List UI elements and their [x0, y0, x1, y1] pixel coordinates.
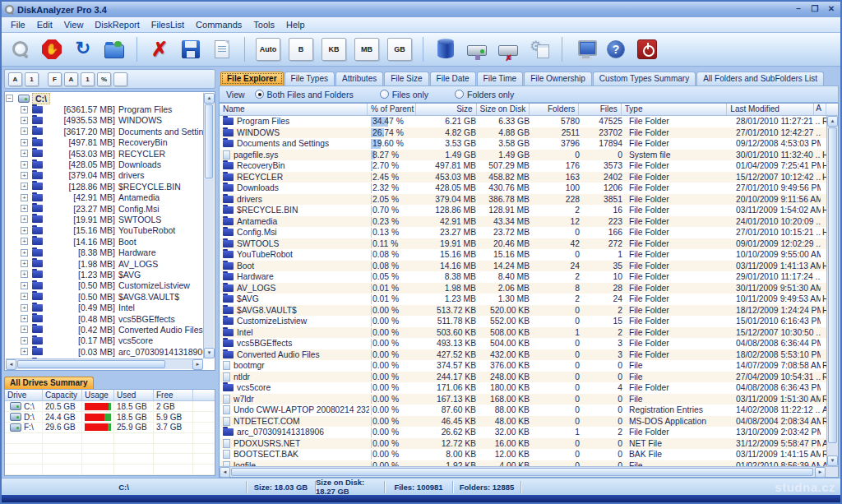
column-header-size[interactable]: Size: [416, 104, 476, 115]
table-row[interactable]: pagefile.sys8.27 %1.49 GB1.49 GB00System…: [220, 150, 838, 161]
tree-item[interactable]: +[0.03 MB]arc_070309141318906: [6, 346, 203, 357]
column-header--of-parent[interactable]: % of Parent: [368, 104, 416, 115]
save-button[interactable]: [177, 36, 205, 62]
expand-icon[interactable]: +: [21, 326, 28, 333]
tree-item[interactable]: +[0.42 MB]Converted Audio Files: [6, 324, 203, 335]
menu-fileslist[interactable]: FilesList: [146, 18, 190, 31]
menu-help[interactable]: Help: [280, 18, 311, 31]
tab-file-ownership[interactable]: File Ownership: [524, 72, 592, 86]
tab-file-time[interactable]: File Time: [477, 72, 524, 86]
expand-icon[interactable]: +: [21, 161, 28, 169]
table-row[interactable]: BOOTSECT.BAK0.00 %8.00 KB12.00 KB00BAK F…: [220, 449, 838, 460]
unit-button-mb[interactable]: MB: [354, 38, 379, 61]
tree-item[interactable]: +[128.86 MB]$RECYCLE.BIN: [6, 181, 203, 192]
expand-icon[interactable]: +: [21, 260, 28, 267]
tree-item[interactable]: +[15.16 MB]YouTubeRobot: [6, 225, 203, 236]
expand-icon[interactable]: +: [21, 249, 28, 257]
table-row[interactable]: Hardware0.05 %8.38 MB8.40 MB210File Fold…: [220, 271, 838, 283]
radio-icon[interactable]: [380, 90, 389, 99]
scroll-thumb[interactable]: [17, 360, 165, 368]
table-row[interactable]: arc_0703091413189060.00 %26.62 KB32.00 K…: [220, 427, 838, 438]
view-option-files-only[interactable]: Files only: [380, 90, 428, 99]
table-horizontal-scrollbar[interactable]: ◄ ►: [220, 466, 838, 477]
table-row[interactable]: Program Files34.47 %6.21 GB6.33 GB578047…: [220, 116, 838, 127]
tree-item[interactable]: +[1.98 MB]AV_LOGS: [6, 258, 203, 269]
scroll-up-icon[interactable]: ▲: [827, 116, 838, 127]
drives-col-usage[interactable]: Usage: [82, 390, 114, 400]
drives-col-capacity[interactable]: Capacity: [43, 390, 82, 400]
table-row[interactable]: Intel0.00 %503.60 KB508.00 KB12File Fold…: [220, 327, 838, 339]
tree-sort-button-4[interactable]: 1: [81, 72, 95, 86]
scroll-up-icon[interactable]: ▲: [204, 93, 215, 104]
collapse-icon[interactable]: −: [6, 95, 13, 102]
tree-item[interactable]: +[3617.20 MB]Documents and Settings: [6, 126, 203, 136]
tree-sort-button-2[interactable]: F: [48, 72, 62, 86]
table-row[interactable]: drivers2.05 %379.04 MB386.78 MB2283851Fi…: [220, 194, 838, 206]
table-row[interactable]: Antamedia0.23 %42.91 MB43.34 MB12223File…: [220, 216, 838, 228]
table-row[interactable]: logfile0.00 %1.92 KB4.00 KB00File01/02/2…: [220, 460, 838, 467]
table-row[interactable]: Downloads2.32 %428.05 MB430.76 MB1001206…: [220, 183, 838, 194]
expand-icon[interactable]: +: [21, 205, 28, 212]
tree-sort-button-3[interactable]: A: [64, 72, 78, 86]
tree-item[interactable]: +[0.17 MB]vcs5core: [6, 335, 203, 346]
drive-row[interactable]: F:\29.6 GB25.9 GB3.7 GB: [5, 423, 215, 433]
tree-sort-button-0[interactable]: A: [8, 72, 22, 86]
table-row[interactable]: NTDETECT.COM0.00 %46.45 KB48.00 KB00MS-D…: [220, 416, 838, 428]
minimize-button[interactable]: –: [793, 5, 804, 15]
drives-col-used[interactable]: Used: [114, 390, 154, 400]
expand-icon[interactable]: +: [21, 172, 28, 179]
tree-item[interactable]: +[14.16 MB]Boot: [6, 236, 203, 247]
tab-file-types[interactable]: File Types: [285, 72, 335, 86]
expand-icon[interactable]: +: [21, 315, 28, 322]
disk-catalog-button[interactable]: [432, 36, 460, 62]
drive-row[interactable]: D:\24.4 GB18.5 GB5.9 GB: [5, 412, 215, 423]
close-button[interactable]: ✕: [826, 5, 837, 15]
tree-sort-button-1[interactable]: 1: [25, 72, 39, 86]
tree-item[interactable]: +[19.91 MB]SWTOOLS: [6, 214, 203, 224]
tree-item[interactable]: +[0.48 MB]vcs5BGEffects: [6, 313, 203, 324]
tree-sort-button-5[interactable]: %: [97, 72, 111, 86]
menu-edit[interactable]: Edit: [31, 18, 58, 31]
expand-icon[interactable]: +: [21, 337, 28, 344]
expand-icon[interactable]: +: [21, 139, 28, 146]
tree-root-row[interactable]: −C:\: [6, 93, 203, 104]
table-row[interactable]: SWTOOLS0.11 %19.91 MB20.46 MB42272File F…: [220, 238, 838, 250]
table-row[interactable]: RECYCLER2.45 %453.03 MB458.82 MB1632402F…: [220, 172, 838, 183]
scroll-left-icon[interactable]: ◄: [220, 467, 230, 478]
table-row[interactable]: $RECYCLE.BIN0.70 %128.86 MB128.91 MB216F…: [220, 205, 838, 216]
table-row[interactable]: PDOXUSRS.NET0.00 %12.72 KB16.00 KB00NET …: [220, 438, 838, 450]
tree-item[interactable]: +[6361.57 MB]Program Files: [6, 104, 203, 114]
table-row[interactable]: AV_LOGS0.01 %1.98 MB2.06 MB828File Folde…: [220, 283, 838, 294]
expand-icon[interactable]: +: [21, 293, 28, 300]
computer-button[interactable]: [571, 36, 599, 62]
table-row[interactable]: Undo CWW-LAPTOP 20080214 232211....0.00 …: [220, 405, 838, 416]
expand-icon[interactable]: +: [21, 183, 28, 190]
scroll-thumb[interactable]: [828, 127, 837, 443]
unit-button-auto[interactable]: Auto: [256, 38, 280, 61]
table-vertical-scrollbar[interactable]: ▲ ▼: [826, 116, 838, 466]
scroll-right-icon[interactable]: ►: [192, 359, 203, 370]
open-folder-button[interactable]: [100, 36, 128, 62]
expand-icon[interactable]: +: [21, 127, 28, 135]
scroll-down-icon[interactable]: ▼: [204, 348, 215, 358]
tree-vertical-scrollbar[interactable]: ▲ ▼: [203, 93, 214, 358]
expand-icon[interactable]: +: [21, 238, 28, 245]
table-row[interactable]: WINDOWS26.74 %4.82 GB4.88 GB251123702Fil…: [220, 127, 838, 139]
menu-diskreport[interactable]: DiskReport: [89, 18, 145, 31]
expand-icon[interactable]: +: [21, 150, 28, 157]
menu-file[interactable]: File: [5, 18, 31, 31]
exit-button[interactable]: [633, 36, 661, 62]
expand-icon[interactable]: +: [21, 194, 28, 201]
menu-view[interactable]: View: [58, 18, 90, 31]
delete-button[interactable]: ✗: [146, 36, 173, 62]
menu-commands[interactable]: Commands: [190, 18, 248, 31]
unit-button-kb[interactable]: KB: [322, 38, 346, 61]
view-option-folders-only[interactable]: Folders only: [455, 90, 514, 99]
expand-icon[interactable]: +: [21, 270, 28, 278]
column-header-files[interactable]: Files: [579, 104, 621, 115]
tab-file-size[interactable]: File Size: [384, 72, 428, 86]
expand-icon[interactable]: +: [21, 117, 28, 124]
scroll-down-icon[interactable]: ▼: [827, 455, 838, 466]
expand-icon[interactable]: +: [21, 215, 28, 223]
scroll-thumb[interactable]: [231, 468, 813, 476]
